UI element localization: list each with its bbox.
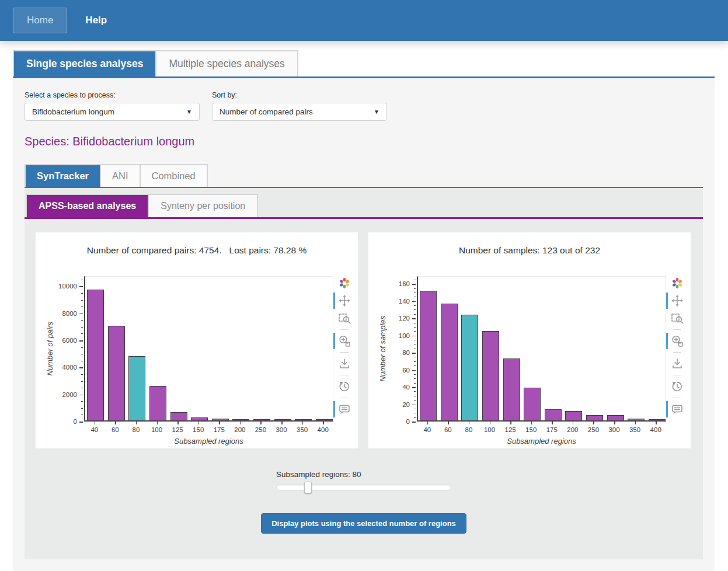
x-tick (656, 422, 657, 424)
tab-synteny-per-position[interactable]: Synteny per position (149, 195, 257, 217)
y-tick (79, 395, 83, 396)
slider-track[interactable] (276, 485, 451, 490)
syntracker-tabs: APSS-based analyses Synteny per position (25, 188, 703, 217)
regions-slider[interactable] (276, 482, 451, 493)
plotly-logo-icon[interactable] (671, 277, 684, 290)
syntracker-tabstrip: APSS-based analyses Synteny per position (26, 194, 258, 217)
tab-syntracker[interactable]: SynTracker (26, 165, 100, 187)
y-minor-tick (414, 344, 416, 344)
y-minor-tick (81, 361, 83, 361)
y-minor-tick (414, 349, 416, 349)
pan-icon[interactable] (671, 294, 684, 307)
y-minor-tick (414, 323, 416, 323)
slider-block: Subsampled regions: 80 (25, 470, 703, 493)
y-minor-tick (414, 340, 416, 340)
hover-icon[interactable] (671, 403, 684, 416)
tab-single-species-analyses[interactable]: Single species analyses (14, 51, 155, 76)
modebar (671, 277, 684, 416)
nav-home-tab[interactable]: Home (13, 8, 67, 33)
y-tick (412, 422, 416, 423)
pan-icon[interactable] (338, 294, 351, 307)
page-container: Single species analyses Multiple species… (0, 41, 728, 571)
x-tick (531, 422, 532, 424)
samples-plot-area (417, 276, 666, 422)
y-minor-tick (414, 365, 416, 366)
y-tick-label: 120 (399, 315, 410, 322)
y-tick (79, 314, 83, 315)
bar-400 (649, 419, 666, 420)
y-tick (79, 286, 83, 287)
box-zoom-icon[interactable] (671, 312, 684, 325)
bar-60 (108, 326, 125, 420)
bar-200 (232, 419, 249, 420)
bar-40 (420, 291, 437, 420)
x-tick-label: 400 (643, 426, 668, 433)
x-tick (490, 422, 491, 424)
y-tick-label: 0 (406, 418, 410, 425)
hover-icon[interactable] (338, 403, 351, 416)
y-minor-tick (81, 381, 83, 382)
sort-select[interactable]: Number of compared pairs ▼ (212, 103, 387, 121)
bar-350 (628, 419, 645, 420)
reset-axes-icon[interactable] (338, 380, 351, 393)
sort-select-value: Number of compared pairs (220, 107, 313, 116)
y-tick (412, 353, 416, 354)
y-tick (412, 336, 416, 337)
y-tick-label: 0 (74, 418, 77, 425)
navbar: Home Help (0, 0, 728, 41)
modebar-separator (340, 398, 349, 398)
bar-80 (128, 356, 145, 420)
y-minor-tick (414, 378, 416, 379)
chevron-down-icon: ▼ (186, 109, 192, 115)
species-select-value: Bifidobacterium longum (32, 107, 114, 116)
y-minor-tick (414, 327, 416, 328)
modebar-separator (673, 375, 681, 375)
samples-y-axis: 020406080100120140160 (368, 276, 416, 422)
nav-help-tab[interactable]: Help (85, 15, 107, 26)
reset-axes-icon[interactable] (671, 380, 684, 393)
tab-ani[interactable]: ANI (101, 165, 140, 187)
y-tick-label: 8000 (62, 310, 77, 317)
y-minor-tick (414, 288, 416, 289)
x-tick (115, 422, 116, 424)
y-tick-label: 2000 (62, 391, 77, 398)
zoom-in-icon[interactable] (671, 335, 684, 347)
bar-125 (170, 412, 187, 420)
tab-apss-based-analyses[interactable]: APSS-based analyses (27, 195, 148, 217)
x-tick (469, 422, 470, 424)
x-tick (614, 422, 615, 424)
y-minor-tick (81, 388, 83, 388)
y-tick (412, 387, 416, 388)
x-tick (95, 422, 96, 424)
species-select[interactable]: Bifidobacterium longum ▼ (25, 103, 200, 121)
download-icon[interactable] (671, 357, 684, 370)
x-tick (323, 422, 324, 424)
box-zoom-icon[interactable] (338, 312, 351, 325)
samples-x-axis-title: Subsampled regions (417, 437, 666, 445)
y-minor-tick (414, 396, 416, 396)
y-tick-label: 20 (402, 401, 410, 408)
display-plots-button[interactable]: Display plots using the selected number … (261, 513, 466, 534)
tab-combined[interactable]: Combined (141, 165, 207, 187)
tab-multiple-species-analyses[interactable]: Multiple species analyses (156, 51, 297, 76)
bar-175 (545, 409, 562, 420)
y-minor-tick (81, 408, 83, 409)
y-minor-tick (414, 409, 416, 409)
bar-250 (253, 419, 270, 420)
plotly-logo-icon[interactable] (338, 277, 351, 290)
bar-350 (295, 419, 312, 420)
species-select-group: Select a species to process: Bifidobacte… (25, 91, 200, 121)
button-row: Display plots using the selected number … (25, 513, 703, 534)
download-icon[interactable] (338, 357, 351, 370)
main-tabstrip: Single species analyses Multiple species… (13, 50, 298, 76)
zoom-in-icon[interactable] (338, 335, 351, 347)
bar-300 (607, 415, 624, 420)
y-minor-tick (81, 320, 83, 321)
y-minor-tick (81, 347, 83, 348)
y-tick-label: 160 (399, 280, 410, 287)
modebar-separator (673, 398, 681, 398)
slider-handle[interactable] (304, 482, 312, 493)
y-tick (412, 370, 416, 371)
y-tick-label: 100 (399, 332, 410, 339)
bar-150 (191, 417, 208, 420)
